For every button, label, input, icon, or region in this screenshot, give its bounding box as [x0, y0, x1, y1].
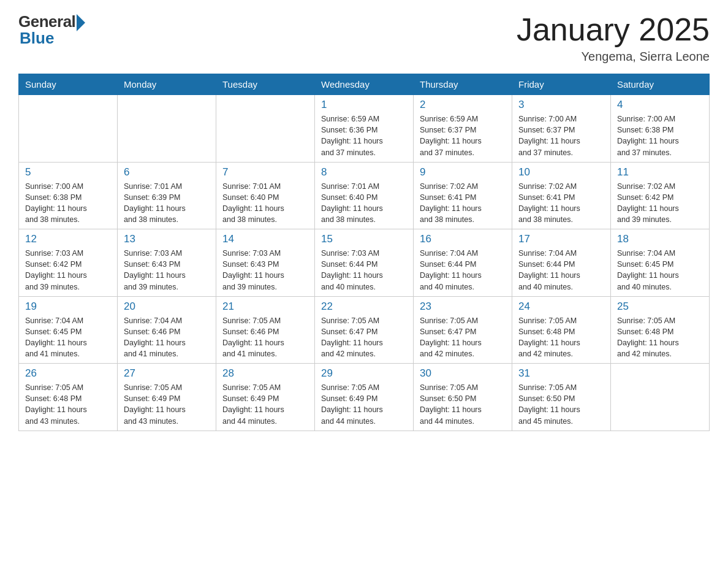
day-number: 27 [124, 367, 210, 380]
day-cell: 9Sunrise: 7:02 AM Sunset: 6:41 PM Daylig… [414, 162, 512, 229]
day-cell: 22Sunrise: 7:05 AM Sunset: 6:47 PM Dayli… [315, 296, 414, 364]
day-info: Sunrise: 7:04 AM Sunset: 6:45 PM Dayligh… [25, 315, 111, 360]
day-cell: 17Sunrise: 7:04 AM Sunset: 6:44 PM Dayli… [512, 229, 611, 297]
day-cell: 10Sunrise: 7:02 AM Sunset: 6:41 PM Dayli… [512, 162, 611, 229]
day-header-thursday: Thursday [414, 74, 512, 95]
day-info: Sunrise: 7:02 AM Sunset: 6:41 PM Dayligh… [518, 181, 604, 226]
day-info: Sunrise: 7:04 AM Sunset: 6:45 PM Dayligh… [617, 248, 703, 293]
day-number: 16 [420, 233, 506, 245]
day-info: Sunrise: 7:05 AM Sunset: 6:49 PM Dayligh… [321, 382, 407, 427]
day-cell [216, 95, 315, 163]
day-cell: 27Sunrise: 7:05 AM Sunset: 6:49 PM Dayli… [118, 364, 216, 431]
month-title: January 2025 [517, 12, 710, 47]
day-cell: 14Sunrise: 7:03 AM Sunset: 6:43 PM Dayli… [216, 229, 315, 297]
day-number: 3 [518, 99, 604, 111]
day-cell: 11Sunrise: 7:02 AM Sunset: 6:42 PM Dayli… [611, 162, 710, 229]
day-cell: 4Sunrise: 7:00 AM Sunset: 6:38 PM Daylig… [611, 95, 710, 163]
day-number: 4 [617, 99, 703, 111]
day-number: 15 [321, 233, 407, 245]
day-number: 10 [518, 166, 604, 178]
day-cell: 28Sunrise: 7:05 AM Sunset: 6:49 PM Dayli… [216, 364, 315, 431]
day-number: 30 [420, 367, 506, 380]
day-info: Sunrise: 7:05 AM Sunset: 6:49 PM Dayligh… [124, 382, 210, 427]
day-info: Sunrise: 7:00 AM Sunset: 6:37 PM Dayligh… [518, 113, 604, 158]
day-number: 23 [420, 301, 506, 313]
day-cell: 21Sunrise: 7:05 AM Sunset: 6:46 PM Dayli… [216, 296, 315, 364]
day-cell: 13Sunrise: 7:03 AM Sunset: 6:43 PM Dayli… [118, 229, 216, 297]
day-info: Sunrise: 6:59 AM Sunset: 6:37 PM Dayligh… [420, 113, 506, 158]
day-number: 29 [321, 367, 407, 380]
day-cell: 18Sunrise: 7:04 AM Sunset: 6:45 PM Dayli… [611, 229, 710, 297]
week-row-4: 19Sunrise: 7:04 AM Sunset: 6:45 PM Dayli… [19, 296, 710, 364]
day-cell: 6Sunrise: 7:01 AM Sunset: 6:39 PM Daylig… [118, 162, 216, 229]
week-row-5: 26Sunrise: 7:05 AM Sunset: 6:48 PM Dayli… [19, 364, 710, 431]
day-header-sunday: Sunday [19, 74, 118, 95]
day-cell: 16Sunrise: 7:04 AM Sunset: 6:44 PM Dayli… [414, 229, 512, 297]
day-info: Sunrise: 7:04 AM Sunset: 6:44 PM Dayligh… [518, 248, 604, 293]
day-info: Sunrise: 6:59 AM Sunset: 6:36 PM Dayligh… [321, 113, 407, 158]
day-info: Sunrise: 7:05 AM Sunset: 6:47 PM Dayligh… [420, 315, 506, 360]
day-header-wednesday: Wednesday [315, 74, 414, 95]
days-of-week-row: SundayMondayTuesdayWednesdayThursdayFrid… [19, 74, 710, 95]
day-info: Sunrise: 7:00 AM Sunset: 6:38 PM Dayligh… [617, 113, 703, 158]
day-number: 18 [617, 233, 703, 245]
day-cell: 3Sunrise: 7:00 AM Sunset: 6:37 PM Daylig… [512, 95, 611, 163]
day-cell: 7Sunrise: 7:01 AM Sunset: 6:40 PM Daylig… [216, 162, 315, 229]
day-number: 21 [222, 301, 308, 313]
day-cell [611, 364, 710, 431]
day-header-monday: Monday [118, 74, 216, 95]
week-row-2: 5Sunrise: 7:00 AM Sunset: 6:38 PM Daylig… [19, 162, 710, 229]
day-info: Sunrise: 7:00 AM Sunset: 6:38 PM Dayligh… [25, 181, 111, 226]
day-info: Sunrise: 7:02 AM Sunset: 6:41 PM Dayligh… [420, 181, 506, 226]
day-info: Sunrise: 7:02 AM Sunset: 6:42 PM Dayligh… [617, 181, 703, 226]
day-number: 17 [518, 233, 604, 245]
day-cell: 24Sunrise: 7:05 AM Sunset: 6:48 PM Dayli… [512, 296, 611, 364]
title-area: January 2025 Yengema, Sierra Leone [517, 12, 710, 64]
day-number: 14 [222, 233, 308, 245]
day-cell: 31Sunrise: 7:05 AM Sunset: 6:50 PM Dayli… [512, 364, 611, 431]
day-number: 13 [124, 233, 210, 245]
day-info: Sunrise: 7:03 AM Sunset: 6:43 PM Dayligh… [124, 248, 210, 293]
day-number: 28 [222, 367, 308, 380]
logo: General Blue [18, 12, 85, 48]
day-cell: 25Sunrise: 7:05 AM Sunset: 6:48 PM Dayli… [611, 296, 710, 364]
day-info: Sunrise: 7:05 AM Sunset: 6:50 PM Dayligh… [518, 382, 604, 427]
day-number: 8 [321, 166, 407, 178]
day-cell: 26Sunrise: 7:05 AM Sunset: 6:48 PM Dayli… [19, 364, 118, 431]
day-cell: 1Sunrise: 6:59 AM Sunset: 6:36 PM Daylig… [315, 95, 414, 163]
day-cell: 2Sunrise: 6:59 AM Sunset: 6:37 PM Daylig… [414, 95, 512, 163]
day-info: Sunrise: 7:05 AM Sunset: 6:50 PM Dayligh… [420, 382, 506, 427]
day-cell: 19Sunrise: 7:04 AM Sunset: 6:45 PM Dayli… [19, 296, 118, 364]
location: Yengema, Sierra Leone [517, 50, 710, 64]
day-cell: 8Sunrise: 7:01 AM Sunset: 6:40 PM Daylig… [315, 162, 414, 229]
day-info: Sunrise: 7:05 AM Sunset: 6:49 PM Dayligh… [222, 382, 308, 427]
day-cell: 12Sunrise: 7:03 AM Sunset: 6:42 PM Dayli… [19, 229, 118, 297]
page-header: General Blue January 2025 Yengema, Sierr… [18, 12, 710, 64]
day-number: 20 [124, 301, 210, 313]
day-header-tuesday: Tuesday [216, 74, 315, 95]
day-info: Sunrise: 7:01 AM Sunset: 6:39 PM Dayligh… [124, 181, 210, 226]
day-number: 5 [25, 166, 111, 178]
day-info: Sunrise: 7:05 AM Sunset: 6:48 PM Dayligh… [25, 382, 111, 427]
day-number: 6 [124, 166, 210, 178]
day-number: 12 [25, 233, 111, 245]
day-cell: 15Sunrise: 7:03 AM Sunset: 6:44 PM Dayli… [315, 229, 414, 297]
day-number: 7 [222, 166, 308, 178]
day-number: 24 [518, 301, 604, 313]
calendar-header: SundayMondayTuesdayWednesdayThursdayFrid… [19, 74, 710, 95]
day-info: Sunrise: 7:05 AM Sunset: 6:46 PM Dayligh… [222, 315, 308, 360]
day-header-saturday: Saturday [611, 74, 710, 95]
day-number: 19 [25, 301, 111, 313]
week-row-3: 12Sunrise: 7:03 AM Sunset: 6:42 PM Dayli… [19, 229, 710, 297]
day-info: Sunrise: 7:05 AM Sunset: 6:47 PM Dayligh… [321, 315, 407, 360]
day-info: Sunrise: 7:03 AM Sunset: 6:44 PM Dayligh… [321, 248, 407, 293]
day-info: Sunrise: 7:03 AM Sunset: 6:43 PM Dayligh… [222, 248, 308, 293]
logo-arrow-icon [77, 14, 85, 31]
day-number: 1 [321, 99, 407, 111]
day-number: 26 [25, 367, 111, 380]
day-cell: 5Sunrise: 7:00 AM Sunset: 6:38 PM Daylig… [19, 162, 118, 229]
day-info: Sunrise: 7:05 AM Sunset: 6:48 PM Dayligh… [518, 315, 604, 360]
day-cell [19, 95, 118, 163]
week-row-1: 1Sunrise: 6:59 AM Sunset: 6:36 PM Daylig… [19, 95, 710, 163]
calendar-table: SundayMondayTuesdayWednesdayThursdayFrid… [18, 74, 710, 431]
